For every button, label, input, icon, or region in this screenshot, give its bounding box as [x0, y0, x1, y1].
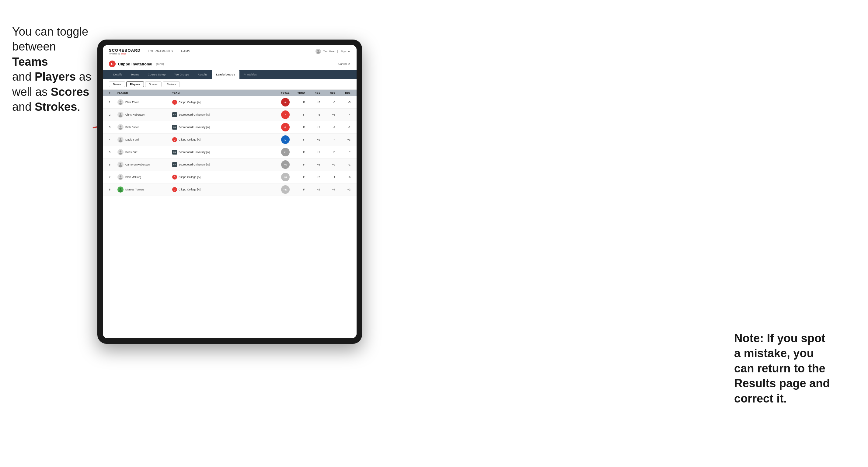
tab-course-setup[interactable]: Course Setup — [144, 70, 170, 79]
sub-tab-scores[interactable]: Scores — [145, 81, 161, 87]
total-cell-8: +11 — [268, 185, 290, 194]
rank-5: 5 — [109, 151, 118, 154]
rd1-5: +1 — [305, 151, 320, 154]
total-cell-6: +6 — [268, 160, 290, 169]
rd1-8: +2 — [305, 188, 320, 191]
svg-point-6 — [119, 115, 122, 117]
rd3-1: -5 — [335, 101, 350, 104]
rd1-4: +1 — [305, 138, 320, 141]
rd1-7: +2 — [305, 176, 320, 179]
rd1-1: +3 — [305, 101, 320, 104]
tournament-header: C Clippd Invitational (Men) Cancel ✕ — [103, 58, 356, 70]
nav-teams[interactable]: TEAMS — [179, 50, 190, 54]
thru-1: F — [290, 101, 305, 104]
table-row: 1 Elliot Ebert C Clippd College [A] -8 F… — [103, 96, 356, 108]
team-logo-4: C — [172, 137, 177, 142]
svg-point-8 — [119, 128, 122, 130]
total-cell-2: -4 — [268, 111, 290, 119]
team-name-8: Clippd College [A] — [179, 188, 200, 191]
tab-tee-groups[interactable]: Tee Groups — [170, 70, 193, 79]
rd1-2: -5 — [305, 113, 320, 116]
thru-2: F — [290, 113, 305, 116]
app-header: SCOREBOARD Powered by clippd TOURNAMENTS… — [103, 45, 356, 58]
rd3-4: +3 — [335, 138, 350, 141]
user-name: Test User — [323, 50, 335, 53]
player-avatar-8 — [118, 186, 124, 193]
player-name-2: Chris Robertson — [125, 113, 145, 116]
total-cell-4: E — [268, 135, 290, 144]
svg-point-9 — [120, 138, 121, 139]
team-cell-1: C Clippd College [A] — [172, 100, 268, 105]
thru-7: F — [290, 176, 305, 179]
tab-printables[interactable]: Printables — [240, 70, 261, 79]
total-cell-3: -2 — [268, 123, 290, 131]
logo-subtitle: Powered by clippd — [109, 53, 141, 55]
team-cell-2: SU Scoreboard University [A] — [172, 112, 268, 117]
tab-details[interactable]: Details — [109, 70, 127, 79]
thru-8: F — [290, 188, 305, 191]
table-row: 3 Rich Butler SU Scoreboard University [… — [103, 121, 356, 133]
col-total: TOTAL — [268, 92, 290, 94]
rd2-3: -2 — [320, 126, 335, 129]
player-name-8: Marcus Turners — [125, 188, 145, 191]
user-avatar — [315, 49, 321, 54]
sign-out-link[interactable]: Sign out — [340, 50, 350, 53]
score-badge-2: -4 — [281, 111, 290, 119]
tab-leaderboards[interactable]: Leaderboards — [212, 70, 240, 79]
rd2-8: +7 — [320, 188, 335, 191]
tab-results[interactable]: Results — [193, 70, 212, 79]
tab-teams[interactable]: Teams — [127, 70, 144, 79]
rank-4: 4 — [109, 138, 118, 141]
svg-point-16 — [119, 178, 122, 180]
table-row: 7 Blair McHarg C Clippd College [A] +8 F… — [103, 171, 356, 183]
cancel-button[interactable]: Cancel ✕ — [338, 62, 350, 65]
sub-tab-strokes[interactable]: Strokes — [163, 81, 180, 87]
player-cell-6: Cameron Robertson — [118, 161, 172, 168]
sub-tab-players[interactable]: Players — [126, 81, 144, 87]
svg-point-3 — [120, 100, 121, 102]
tournament-gender: (Men) — [156, 62, 164, 66]
svg-point-15 — [120, 175, 121, 177]
col-rd1: RD1 — [305, 92, 320, 94]
cancel-x-icon: ✕ — [348, 62, 350, 65]
header-left: SCOREBOARD Powered by clippd TOURNAMENTS… — [109, 48, 190, 55]
team-cell-3: SU Scoreboard University [A] — [172, 125, 268, 130]
table-row: 5 Rees Britt SU Scoreboard University [A… — [103, 146, 356, 158]
rd2-6: +2 — [320, 163, 335, 166]
rd3-6: -1 — [335, 163, 350, 166]
score-badge-3: -2 — [281, 123, 290, 131]
table-row: 2 Chris Robertson SU Scoreboard Universi… — [103, 108, 356, 121]
total-cell-1: -8 — [268, 98, 290, 106]
rd2-5: E — [320, 151, 335, 154]
player-name-5: Rees Britt — [125, 151, 137, 154]
rank-1: 1 — [109, 101, 118, 104]
player-cell-2: Chris Robertson — [118, 112, 172, 118]
col-team: TEAM — [172, 92, 268, 94]
svg-point-17 — [120, 188, 121, 190]
player-avatar-3 — [118, 124, 124, 130]
svg-point-5 — [120, 113, 121, 115]
sub-tab-teams[interactable]: Teams — [109, 81, 125, 87]
team-cell-4: C Clippd College [A] — [172, 137, 268, 142]
team-name-5: Scoreboard University [A] — [179, 151, 210, 154]
tournament-name: Clippd Invitational — [118, 62, 152, 66]
svg-point-11 — [120, 150, 121, 152]
rd3-3: -1 — [335, 126, 350, 129]
svg-point-13 — [120, 163, 121, 164]
player-cell-1: Elliot Ebert — [118, 99, 172, 105]
rank-2: 2 — [109, 113, 118, 116]
right-annotation-text: Note: If you spot a mistake, you can ret… — [734, 332, 830, 405]
player-name-4: David Ford — [125, 138, 139, 141]
rd2-2: +5 — [320, 113, 335, 116]
player-cell-8: Marcus Turners — [118, 186, 172, 193]
thru-6: F — [290, 163, 305, 166]
team-name-7: Clippd College [A] — [179, 176, 200, 179]
total-cell-5: +1 — [268, 148, 290, 156]
team-name-2: Scoreboard University [A] — [179, 113, 210, 116]
table-row: 6 Cameron Robertson SU Scoreboard Univer… — [103, 158, 356, 171]
nav-tournaments[interactable]: TOURNAMENTS — [148, 50, 173, 54]
team-cell-5: SU Scoreboard University [A] — [172, 150, 268, 155]
player-name-6: Cameron Robertson — [125, 163, 150, 166]
rd2-4: -4 — [320, 138, 335, 141]
team-cell-7: C Clippd College [A] — [172, 175, 268, 180]
